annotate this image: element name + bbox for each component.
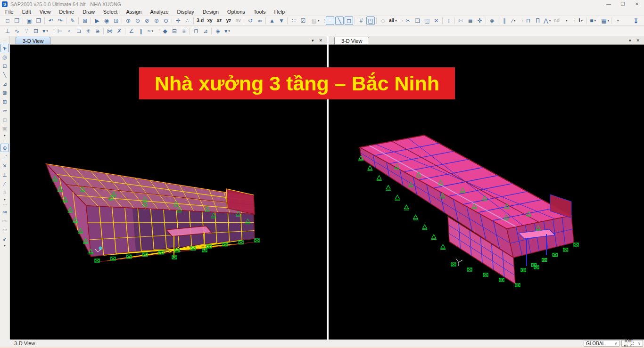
zoom-window-mode[interactable]: ◰ [366, 16, 375, 25]
draw-frame-tool[interactable]: ╲ [0, 71, 9, 79]
show-grid[interactable]: ⊓ [192, 27, 200, 35]
run-deformed-shape[interactable]: ◉ [102, 16, 111, 25]
snap-to-grid[interactable]: # [0, 188, 9, 197]
reshape-object-tool[interactable]: ◎ [0, 53, 9, 61]
show-axes[interactable]: ⊿ [201, 27, 210, 35]
assign-area-stiffness[interactable]: ∥ [137, 27, 145, 35]
paste[interactable]: ◫ [423, 16, 431, 25]
previous-zoom[interactable]: ⊘ [143, 16, 151, 25]
previous-selection-button[interactable]: PS [0, 217, 9, 225]
select-all[interactable]: all [388, 16, 398, 25]
move-objects[interactable]: ✜ [476, 16, 484, 25]
run-analysis[interactable]: ▶ [93, 16, 101, 25]
move-down-in-list[interactable]: ▼ [277, 16, 286, 25]
coordinate-system-dropdown[interactable]: GLOBAL ∨ [584, 340, 619, 347]
dimension-lines[interactable]: ↕ [445, 16, 453, 25]
lock-model[interactable]: ⊠ [81, 16, 89, 25]
copy[interactable]: ❏ [413, 16, 422, 25]
menu-file[interactable]: File [1, 8, 18, 16]
replicate[interactable]: ∺ [457, 16, 465, 25]
zoom-grid-toggle[interactable]: # [357, 16, 365, 25]
menu-view[interactable]: View [35, 8, 55, 16]
cut[interactable]: ✂ [404, 16, 413, 25]
assign-joint-springs[interactable]: ∿ [13, 27, 21, 35]
merge-joints[interactable]: ◈ [488, 16, 496, 25]
draw-mode[interactable]: ✎ [68, 16, 77, 25]
view-xz[interactable]: xz [215, 16, 223, 25]
quick-draw-secondary-beams-tool[interactable]: ⊞ [0, 97, 9, 106]
snap-to-midpoints[interactable]: ⋰ [0, 153, 9, 161]
restore-full-view[interactable]: ⊙ [133, 16, 142, 25]
object-shrink-toggle[interactable]: ∷ [289, 16, 298, 25]
draw-poly-area-tool[interactable]: ▱ [0, 106, 9, 115]
left-panel-menu-button[interactable]: ▾ [312, 38, 314, 43]
extrude[interactable]: ≣ [466, 16, 475, 25]
save[interactable]: ▣ [25, 16, 33, 25]
menu-help[interactable]: Help [270, 8, 289, 16]
assign-area-springs[interactable]: ≈ [146, 27, 155, 35]
select-pointer-tool[interactable]: ➤ [0, 44, 9, 52]
select-point-mode[interactable]: ∙ [326, 16, 334, 25]
menu-tools[interactable]: Tools [249, 8, 270, 16]
named-display[interactable]: ≡ [180, 27, 188, 35]
left-panel-close-button[interactable]: ✕ [319, 38, 322, 43]
portal-frame-template[interactable]: ⊓ [524, 16, 533, 25]
assign-joint-more[interactable]: ▾ [41, 27, 50, 35]
assign-frame-offsets[interactable]: ⊐ [74, 27, 83, 35]
divide-frames[interactable]: ∥ [500, 16, 509, 25]
select-more[interactable]: ▾ [0, 243, 9, 248]
modify-undeformed-geometry[interactable]: ⊞ [112, 16, 120, 25]
zoom-in-one-step[interactable]: ⊕ [152, 16, 161, 25]
link-section-properties[interactable]: ▦ [601, 16, 610, 25]
clear-selection-button[interactable]: clr [0, 226, 9, 234]
snap-more[interactable]: ▾ [0, 197, 9, 202]
right-view-tab[interactable]: 3-D View [334, 37, 369, 44]
assign-frame-local-axes[interactable]: ✳ [84, 27, 92, 35]
delete[interactable]: ✕ [432, 16, 441, 25]
import-model[interactable]: ↧ [632, 16, 640, 25]
menu-select[interactable]: Select [99, 8, 122, 16]
menu-analyze[interactable]: Analyze [146, 8, 173, 16]
restore-button[interactable]: ❐ [616, 0, 630, 8]
redo[interactable]: ↷ [56, 16, 65, 25]
right-panel-menu-button[interactable]: ▾ [629, 38, 631, 43]
rubber-band-zoom[interactable]: ⊕ [124, 16, 132, 25]
get-previous-selection[interactable]: ↙ [0, 235, 9, 243]
menu-draw[interactable]: Draw [78, 8, 99, 16]
menu-edit[interactable]: Edit [18, 8, 35, 16]
quick-draw-braces-tool[interactable]: ⊠ [0, 89, 9, 97]
snap-to-joints[interactable]: ⊕ [0, 144, 9, 152]
set-display-options[interactable]: ∞ [256, 16, 264, 25]
assign-frame-sections[interactable]: ⊢ [56, 27, 64, 35]
draw-tools-more[interactable]: ▾ [0, 133, 9, 138]
draw-rect-area-tool[interactable]: □ [0, 115, 9, 124]
rotate-3d-view[interactable]: ↺ [246, 16, 255, 25]
menu-define[interactable]: Define [55, 8, 78, 16]
new-model[interactable]: □ [3, 16, 12, 25]
measure-tool[interactable]: ◆ [161, 27, 169, 35]
quick-draw-area-tool[interactable]: ▣ [0, 124, 9, 133]
view-xy[interactable]: xy [206, 16, 214, 25]
template-more[interactable] [562, 16, 570, 25]
left-view-tab[interactable]: 3-D View [16, 37, 50, 44]
3d-orbit[interactable]: ∴ [183, 16, 192, 25]
minimize-button[interactable]: — [602, 0, 616, 8]
print[interactable]: ❒ [34, 16, 43, 25]
undo[interactable]: ↶ [47, 16, 55, 25]
assign-frame-hinges[interactable]: ⋈ [106, 27, 114, 35]
draw-special-joint-tool[interactable]: ⊡ [0, 62, 9, 70]
snap-to-intersections[interactable]: ✕ [0, 162, 9, 170]
assign-frame-tension-limits[interactable]: ✗ [115, 27, 124, 35]
change-picture-options[interactable]: ▧ [311, 16, 320, 25]
truss-template[interactable]: ⋀ [543, 16, 552, 25]
pan[interactable]: ✛ [174, 16, 182, 25]
quick-draw-frame-tool[interactable]: ⊿ [0, 80, 9, 88]
assign-joint-patterns[interactable]: ⊡ [32, 27, 40, 35]
show-joints[interactable]: ◈ [214, 27, 222, 35]
units-dropdown[interactable]: Tonf, m, C ∨ [621, 340, 643, 347]
beam-template[interactable]: Π [534, 16, 542, 25]
select-line-mode[interactable]: ╲ [335, 16, 344, 25]
select-poly-mode[interactable]: ◇ [379, 16, 387, 25]
edit-lines-more[interactable]: ∕ [510, 16, 518, 25]
section-cut[interactable]: ⊟ [170, 27, 179, 35]
